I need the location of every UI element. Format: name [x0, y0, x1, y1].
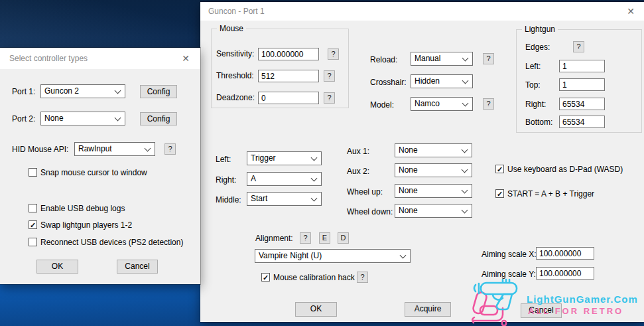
btn-middle-value: Start	[251, 194, 267, 203]
chevron-down-icon	[462, 78, 469, 84]
check-icon: ✓	[30, 221, 36, 229]
alignment-e-button[interactable]: E	[319, 232, 330, 244]
crosshair-select[interactable]: Hidden	[411, 74, 473, 88]
chevron-down-icon	[115, 115, 121, 122]
ok-button[interactable]: OK	[295, 302, 337, 317]
btn-left-select[interactable]: Trigger	[247, 151, 322, 165]
game-select[interactable]: Vampire Night (U)	[255, 249, 411, 263]
swap-players-checkbox[interactable]: ✓	[29, 220, 37, 229]
alignment-d-button[interactable]: D	[338, 232, 349, 244]
usb-debug-checkbox[interactable]	[29, 204, 37, 212]
edge-left-label: Left:	[525, 62, 541, 72]
port2-select[interactable]: None	[40, 112, 125, 125]
dpad-checkbox[interactable]: ✓	[495, 165, 504, 173]
watermark-brand-text: LightGunGamer.Com	[527, 293, 638, 305]
btn-left-value: Trigger	[251, 153, 276, 163]
edge-top-input[interactable]	[559, 78, 605, 91]
calibration-checkbox-label: Mouse calibration hack	[273, 273, 355, 282]
sensitivity-label: Sensitivity:	[216, 49, 254, 59]
reconnect-usb-checkbox[interactable]	[29, 238, 37, 246]
chevron-down-icon	[311, 195, 318, 202]
port2-config-button[interactable]: Config	[140, 112, 177, 125]
lightgun-group-label: Lightgun	[522, 25, 558, 34]
port1-select[interactable]: Guncon 2	[40, 84, 125, 98]
close-icon[interactable]: ✕	[627, 6, 635, 17]
model-value: Namco	[415, 99, 440, 108]
edge-right-label: Right:	[525, 100, 546, 110]
calibration-help-button[interactable]: ?	[357, 272, 368, 283]
aux1-label: Aux 1:	[347, 147, 369, 157]
watermark-tagline-text: ALL FOR RETRO	[528, 306, 623, 316]
edges-help-button[interactable]: ?	[573, 41, 584, 52]
port1-value: Guncon 2	[44, 86, 79, 96]
btn-right-label: Right:	[216, 175, 236, 185]
btn-right-value: A	[251, 174, 256, 183]
chevron-down-icon	[311, 175, 318, 182]
calibration-checkbox[interactable]: ✓	[261, 273, 270, 282]
threshold-help-button[interactable]: ?	[324, 70, 335, 82]
edge-bottom-input[interactable]	[559, 116, 605, 128]
port1-config-button[interactable]: Config	[140, 85, 177, 98]
sensitivity-input[interactable]	[258, 48, 319, 60]
threshold-label: Threshold:	[216, 71, 254, 81]
close-icon[interactable]: ✕	[182, 53, 190, 64]
edge-top-label: Top:	[525, 80, 541, 90]
lightgun-icon	[472, 278, 529, 315]
chevron-down-icon	[462, 100, 469, 107]
alignment-help-button[interactable]: ?	[300, 232, 311, 244]
aux2-label: Aux 2:	[347, 167, 369, 177]
start-combo-checkbox-label: START = A + B + Trigger	[507, 189, 594, 199]
cancel-button[interactable]: Cancel	[117, 260, 158, 274]
threshold-input[interactable]	[258, 70, 319, 82]
edge-bottom-label: Bottom:	[525, 118, 552, 127]
select-controller-dialog: Select controller types ✕ Port 1: Guncon…	[0, 48, 200, 284]
reload-help-button[interactable]: ?	[483, 53, 494, 64]
btn-right-select[interactable]: A	[247, 172, 322, 186]
reconnect-usb-checkbox-label: Reconnect USB devices (PS2 detection)	[40, 238, 183, 247]
swap-players-checkbox-label: Swap lightgun players 1-2	[40, 220, 132, 230]
select-dialog-title: Select controller types	[9, 54, 88, 63]
hid-help-button[interactable]: ?	[164, 143, 176, 155]
port1-label: Port 1:	[12, 87, 35, 97]
guncon-port1-dialog: Guncon - Port 1 ✕ Mouse Sensitivity: ? T…	[200, 2, 644, 322]
start-combo-checkbox[interactable]: ✓	[495, 189, 504, 198]
usb-debug-checkbox-label: Enable USB debug logs	[40, 204, 125, 213]
guncon-titlebar: Guncon - Port 1 ✕	[200, 2, 644, 21]
lightgungamer-watermark: LightGunGamer.Com ALL FOR RETRO	[468, 276, 644, 326]
btn-left-label: Left:	[216, 155, 231, 165]
chevron-down-icon	[400, 252, 407, 259]
crosshair-value: Hidden	[415, 76, 440, 86]
chevron-down-icon	[311, 155, 318, 161]
dpad-checkbox-label: Use keyboard as D-Pad (WASD)	[507, 165, 623, 174]
edge-right-input[interactable]	[559, 98, 605, 110]
ok-button[interactable]: OK	[36, 260, 78, 274]
wheel-up-select[interactable]: None	[395, 184, 472, 198]
aiming-x-input[interactable]	[536, 247, 594, 260]
sensitivity-help-button[interactable]: ?	[328, 48, 339, 60]
chevron-down-icon	[462, 207, 468, 214]
port2-label: Port 2:	[12, 114, 35, 124]
snap-cursor-checkbox[interactable]	[29, 168, 37, 177]
port2-value: None	[44, 114, 64, 123]
aux1-value: None	[399, 145, 418, 155]
deadzone-input[interactable]	[258, 92, 319, 104]
acquire-button[interactable]: Acquire	[405, 302, 451, 317]
wheel-down-select[interactable]: None	[395, 204, 472, 218]
edges-label: Edges:	[525, 42, 550, 52]
wheel-up-value: None	[399, 186, 418, 195]
edge-left-input[interactable]	[559, 60, 605, 72]
wheel-up-label: Wheel up:	[347, 187, 383, 197]
deadzone-help-button[interactable]: ?	[324, 92, 335, 104]
chevron-down-icon	[462, 187, 468, 194]
reload-select[interactable]: Manual	[411, 52, 473, 66]
aux2-select[interactable]: None	[395, 163, 472, 177]
game-value: Vampire Night (U)	[259, 251, 322, 260]
select-titlebar: Select controller types ✕	[0, 48, 200, 69]
model-select[interactable]: Namco	[411, 97, 473, 111]
model-help-button[interactable]: ?	[483, 98, 494, 110]
check-icon: ✓	[263, 274, 269, 282]
btn-middle-select[interactable]: Start	[247, 192, 322, 206]
aiming-x-label: Aiming scale X:	[482, 250, 537, 260]
aux1-select[interactable]: None	[395, 143, 472, 157]
hid-mouse-api-select[interactable]: RawInput	[74, 142, 155, 156]
